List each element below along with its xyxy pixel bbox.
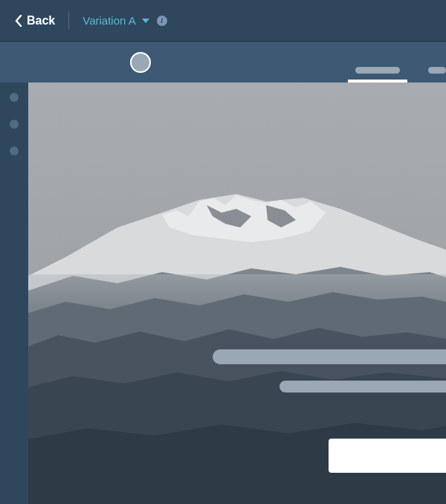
hero-headline-placeholder (213, 349, 446, 364)
back-button[interactable]: Back (15, 14, 55, 28)
hero-subtext-placeholder (279, 381, 446, 392)
caret-down-icon (142, 19, 149, 23)
tab-2[interactable] (428, 67, 446, 83)
logo-circle (130, 52, 151, 73)
tab-1[interactable] (355, 67, 400, 83)
vertical-divider (68, 12, 69, 30)
tabs (355, 67, 446, 83)
tab-placeholder (428, 67, 446, 74)
preview-canvas (28, 83, 446, 504)
back-label: Back (27, 14, 55, 28)
rail-item-3[interactable] (10, 146, 19, 155)
info-icon[interactable]: i (157, 16, 167, 26)
variation-label: Variation A (83, 14, 135, 27)
hero-overlay (28, 83, 446, 504)
rail-item-1[interactable] (10, 93, 19, 102)
top-bar: Back Variation A i (0, 0, 446, 42)
variation-dropdown[interactable]: Variation A (83, 14, 149, 27)
main-area (0, 83, 446, 504)
tab-placeholder (355, 67, 400, 74)
rail-item-2[interactable] (10, 120, 19, 129)
sub-bar (0, 42, 446, 83)
chevron-left-icon (15, 15, 22, 27)
left-rail (0, 83, 28, 504)
hero-cta-button[interactable] (329, 439, 446, 473)
